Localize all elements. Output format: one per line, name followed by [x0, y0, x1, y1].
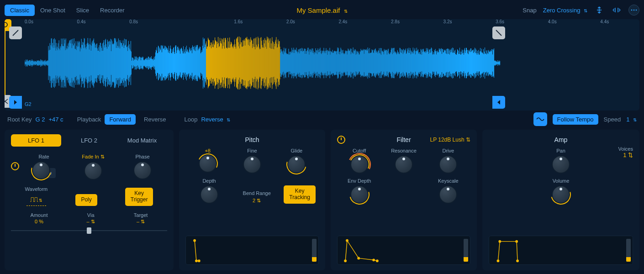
speed-value[interactable]: 1 ⇅	[626, 116, 637, 123]
sample-start-handle[interactable]	[9, 96, 22, 109]
drive-label: Drive	[442, 148, 454, 153]
phase-label: Phase	[135, 154, 149, 159]
svg-point-1307	[346, 239, 348, 242]
rate-knob[interactable]	[32, 161, 50, 179]
svg-point-1305	[198, 259, 201, 262]
filter-title: Filter	[396, 136, 411, 143]
time-ruler: 0.0s 0.4s 0.8s 1.6s 2.0s 2.4s 2.8s 3.2s …	[25, 19, 619, 26]
fine-knob[interactable]	[243, 155, 261, 174]
svg-point-1313	[515, 240, 518, 243]
amount-value[interactable]: 0 %	[35, 219, 43, 224]
cutoff-knob[interactable]	[350, 155, 369, 174]
filter-type-select[interactable]: LP 12dB Lush ⇅	[430, 137, 470, 143]
amp-env-level[interactable]	[626, 239, 631, 262]
root-key-value[interactable]: G 2	[35, 116, 45, 123]
amount-label: Amount	[31, 212, 48, 218]
root-note-display: G2	[25, 101, 32, 107]
speed-label: Speed	[604, 116, 621, 123]
lfo-panel: LFO 1 LFO 2 Mod Matrix Rate ♪	[5, 130, 174, 270]
amp-title: Amp	[554, 136, 568, 143]
key-trigger-button[interactable]: Key Trigger	[125, 188, 153, 206]
amp-envelope[interactable]	[489, 236, 633, 265]
pitch-panel: Pitch +8 Fine Glide Depth	[179, 130, 325, 270]
fade-in-handle[interactable]	[9, 26, 22, 39]
flex-button[interactable]	[533, 112, 547, 126]
updown-icon: ⇅	[39, 198, 42, 203]
playback-reverse-button[interactable]: Reverse	[139, 114, 170, 125]
sample-title-text: My Sample.aif	[296, 6, 340, 14]
resonance-knob[interactable]	[395, 155, 413, 174]
phase-knob[interactable]	[133, 161, 152, 179]
depth-label: Depth	[202, 178, 216, 184]
filter-power-button[interactable]	[337, 136, 345, 144]
updown-icon: ⇅	[227, 117, 230, 122]
amp-panel: Amp Voices 1 ⇅ Pan Volume	[482, 130, 639, 270]
via-value[interactable]: – ⇅	[87, 219, 95, 225]
mode-tab-classic[interactable]: Classic	[5, 5, 35, 16]
more-menu-icon[interactable]	[628, 5, 639, 16]
svg-point-0	[631, 10, 633, 11]
svg-point-1311	[497, 259, 500, 262]
fade-out-handle[interactable]	[492, 26, 505, 39]
fadein-label[interactable]: Fade In ⇅	[82, 154, 104, 160]
glide-knob[interactable]	[287, 155, 306, 174]
env-depth-label: Env Depth	[348, 178, 371, 184]
resonance-label: Resonance	[391, 148, 417, 153]
snap-label: Snap	[523, 7, 536, 14]
svg-point-1314	[516, 259, 519, 262]
via-label: Via	[87, 212, 95, 218]
vertical-zoom-icon[interactable]	[594, 5, 605, 16]
target-value[interactable]: – ⇅	[137, 219, 145, 225]
svg-point-1303	[193, 239, 196, 242]
lfo2-tab[interactable]: LFO 2	[64, 134, 114, 147]
mode-tab-recorder[interactable]: Recorder	[95, 5, 130, 16]
amount-slider[interactable]	[11, 227, 167, 235]
volume-knob[interactable]	[552, 185, 570, 204]
svg-point-1	[633, 10, 635, 11]
root-key-label: Root Key	[7, 116, 32, 123]
updown-icon: ⇅	[584, 8, 587, 13]
root-key-cents[interactable]: +47 c	[48, 116, 63, 123]
loop-mode-value[interactable]: Reverse ⇅	[201, 116, 230, 123]
filter-envelope[interactable]	[337, 236, 470, 265]
filter-env-level[interactable]	[464, 239, 468, 262]
mode-tabs: Classic One Shot Slice Recorder	[5, 5, 130, 16]
keyscale-knob[interactable]	[439, 185, 457, 204]
keyscale-label: Keyscale	[438, 178, 459, 184]
filter-panel: Filter LP 12dB Lush ⇅ Cutoff Resonance D…	[331, 130, 477, 270]
pitch-env-level[interactable]	[312, 239, 317, 262]
poly-button[interactable]: Poly	[75, 194, 97, 206]
drive-knob[interactable]	[439, 155, 457, 174]
voices-value[interactable]: 1 ⇅	[618, 152, 633, 158]
waveform-display[interactable]: 0.0s 0.4s 0.8s 1.6s 2.0s 2.4s 2.8s 3.2s …	[5, 19, 639, 111]
mod-matrix-tab[interactable]: Mod Matrix	[117, 134, 167, 147]
mode-tab-slice[interactable]: Slice	[71, 5, 95, 16]
env-depth-knob[interactable]	[350, 185, 369, 204]
fadein-knob[interactable]	[84, 162, 102, 180]
waveform-svg	[25, 26, 619, 100]
sample-title[interactable]: My Sample.aif ⇅	[296, 6, 347, 14]
bend-range-label: Bend Range	[243, 190, 271, 196]
sample-end-handle[interactable]	[492, 96, 505, 109]
pan-knob[interactable]	[552, 155, 570, 174]
svg-point-2	[636, 10, 637, 11]
depth-knob[interactable]	[200, 185, 218, 204]
key-tracking-button[interactable]: Key Tracking	[284, 185, 316, 204]
updown-icon: ⇅	[633, 117, 637, 122]
loop-region[interactable]: 1.6s	[5, 26, 5, 107]
snap-value[interactable]: Zero Crossing ⇅	[543, 7, 587, 14]
mode-tab-oneshot[interactable]: One Shot	[35, 5, 71, 16]
bend-range-value[interactable]: 2 ⇅	[253, 198, 261, 204]
lfo1-tab[interactable]: LFO 1	[11, 134, 61, 147]
lfo-waveform-select[interactable]: ⎍⎍ ⇅	[26, 194, 46, 206]
pitch-envelope[interactable]	[185, 236, 319, 265]
pitch-title: Pitch	[245, 136, 259, 143]
target-label: Target	[134, 212, 148, 218]
pitch-knob[interactable]	[199, 154, 217, 173]
follow-tempo-button[interactable]: Follow Tempo	[553, 114, 598, 125]
updown-icon: ⇅	[100, 154, 105, 159]
lfo-power-button[interactable]	[11, 162, 19, 170]
playback-forward-button[interactable]: Forward	[105, 114, 136, 125]
pitch-value: +8	[205, 148, 211, 153]
horizontal-zoom-icon[interactable]	[611, 5, 622, 16]
